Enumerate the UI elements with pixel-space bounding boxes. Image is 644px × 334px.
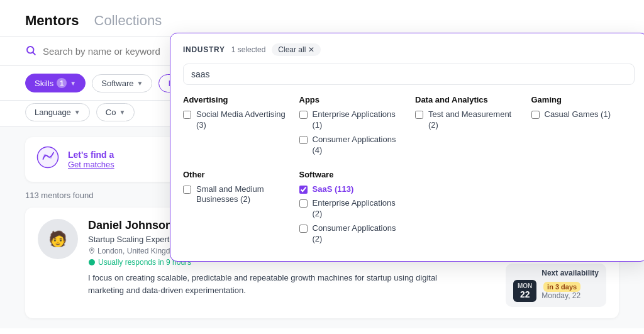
checkbox-social-media-advertising[interactable]: Social Media Advertising (3) bbox=[183, 109, 287, 131]
checkbox-consumer-apps[interactable]: Consumer Applications (4) bbox=[299, 135, 403, 156]
avail-badge: in 3 days bbox=[543, 282, 580, 292]
col-title-apps: Apps bbox=[299, 95, 403, 104]
skills-filter-button[interactable]: Skills 1 ▼ bbox=[25, 74, 86, 92]
svg-point-5 bbox=[91, 249, 93, 251]
svg-point-3 bbox=[43, 154, 47, 157]
mentor-bio: I focus on creating scalable, predictabl… bbox=[88, 272, 465, 296]
industry-dropdown-panel: INDUSTRY 1 selected Clear all ✕ Advertis… bbox=[170, 33, 644, 262]
clear-all-button[interactable]: Clear all ✕ bbox=[272, 43, 321, 56]
col-title-data-analytics: Data and Analytics bbox=[415, 95, 519, 104]
avail-date: Monday, 22 bbox=[541, 291, 580, 300]
checkbox-software-consumer-apps[interactable]: Consumer Applications (2) bbox=[299, 223, 403, 245]
mentor-name[interactable]: Daniel Johnson bbox=[88, 219, 172, 232]
checkbox-test-measurement[interactable]: Test and Measurement (2) bbox=[415, 109, 519, 131]
tab-collections[interactable]: Collections bbox=[94, 13, 162, 29]
checkbox-software-enterprise-apps[interactable]: Enterprise Applications (2) bbox=[299, 198, 403, 220]
selected-count: 1 selected bbox=[231, 45, 266, 54]
cal-box: MON 22 bbox=[513, 280, 536, 302]
software-filter-button[interactable]: Software ▼ bbox=[92, 74, 152, 92]
promo-main-text: Let's find a bbox=[68, 150, 114, 160]
col-title-advertising: Advertising bbox=[183, 95, 287, 104]
language-filter-button[interactable]: Language ▼ bbox=[25, 103, 90, 121]
promo-sub-text[interactable]: Get matches bbox=[68, 160, 114, 169]
col-title-gaming: Gaming bbox=[531, 95, 635, 104]
dropdown-columns: Advertising Social Media Advertising (3)… bbox=[183, 95, 635, 248]
dropdown-search-input[interactable] bbox=[183, 64, 635, 85]
svg-point-7 bbox=[89, 259, 95, 265]
company-filter-button[interactable]: Co ▼ bbox=[96, 103, 135, 121]
col-title-software: Software bbox=[299, 170, 403, 179]
col-title-other: Other bbox=[183, 170, 287, 179]
checkbox-smb[interactable]: Small and Medium Businesses (2) bbox=[183, 184, 287, 206]
svg-line-1 bbox=[33, 52, 35, 54]
checkbox-enterprise-apps[interactable]: Enterprise Applications (1) bbox=[299, 109, 403, 131]
skills-count-badge: 1 bbox=[57, 78, 67, 88]
checkbox-saas[interactable]: SaaS (113) bbox=[299, 184, 403, 195]
svg-point-2 bbox=[38, 147, 58, 168]
tab-mentors[interactable]: Mentors bbox=[25, 13, 79, 29]
svg-point-4 bbox=[49, 156, 52, 159]
promo-icon bbox=[36, 146, 59, 173]
next-availability: Next availability MON 22 in 3 days Monda… bbox=[506, 264, 606, 307]
checkbox-casual-games[interactable]: Casual Games (1) bbox=[531, 109, 635, 120]
dropdown-title: INDUSTRY bbox=[183, 45, 225, 54]
avatar: 🧑 bbox=[38, 219, 78, 259]
search-icon bbox=[25, 45, 36, 58]
